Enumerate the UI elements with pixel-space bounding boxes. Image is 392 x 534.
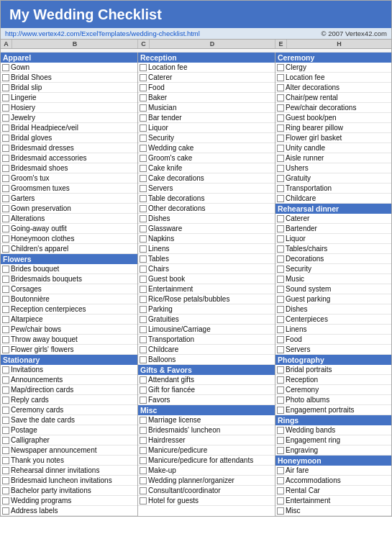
list-item[interactable]: Servers <box>138 184 275 194</box>
list-item[interactable]: Bridal portraits <box>275 365 391 375</box>
list-item[interactable]: Dishes <box>275 304 391 314</box>
list-item[interactable]: Make-up <box>138 466 275 476</box>
list-item[interactable]: Bridesmaids bouquets <box>1 274 137 284</box>
list-item[interactable]: Attendant gifts <box>138 375 275 385</box>
list-item[interactable]: Childcare <box>275 194 391 204</box>
list-item[interactable]: Caterer <box>275 214 391 224</box>
list-item[interactable]: Centerpieces <box>275 314 391 325</box>
list-item[interactable]: Bar tender <box>138 113 275 123</box>
list-item[interactable]: Bridesmaid shoes <box>1 163 137 173</box>
list-item[interactable]: Map/direction cards <box>1 385 137 395</box>
list-item[interactable]: Pew/chair bows <box>1 325 137 335</box>
list-item[interactable]: Photo albums <box>275 395 391 405</box>
list-item[interactable]: Corsages <box>1 284 137 294</box>
list-item[interactable]: Bridesmaid luncheon invitations <box>1 476 137 486</box>
list-item[interactable]: Bridesmaid accessories <box>1 153 137 163</box>
list-item[interactable]: Entertainment <box>275 496 391 506</box>
list-item[interactable]: Flower girls' flowers <box>1 345 137 355</box>
list-item[interactable]: Music <box>275 274 391 284</box>
list-item[interactable]: Invitations <box>1 365 137 375</box>
list-item[interactable]: Calligrapher <box>1 435 137 445</box>
list-item[interactable]: Ring bearer pillow <box>275 123 391 133</box>
list-item[interactable]: Wedding cake <box>138 143 275 153</box>
list-item[interactable]: Gratuities <box>138 314 275 325</box>
list-item[interactable]: Rental Car <box>275 486 391 496</box>
list-item[interactable]: Favors <box>138 395 275 405</box>
list-item[interactable]: Clergy <box>275 63 391 73</box>
list-item[interactable]: Bartender <box>275 224 391 234</box>
list-item[interactable]: Linens <box>138 244 275 254</box>
list-item[interactable]: Napkins <box>138 234 275 244</box>
list-item[interactable]: Groom's tux <box>1 173 137 184</box>
list-item[interactable]: Wedding programs <box>1 496 137 506</box>
list-item[interactable]: Bridesmaids' luncheon <box>138 425 275 435</box>
list-item[interactable]: Thank you notes <box>1 456 137 466</box>
list-item[interactable]: Guest book/pen <box>275 113 391 123</box>
list-item[interactable]: Chairs <box>138 264 275 274</box>
list-item[interactable]: Jewelry <box>1 113 137 123</box>
list-item[interactable]: Food <box>275 335 391 345</box>
list-item[interactable]: Gown <box>1 63 137 73</box>
list-item[interactable]: Decorations <box>275 254 391 264</box>
list-item[interactable]: Other decorations <box>138 204 275 214</box>
list-item[interactable]: Air fare <box>275 466 391 476</box>
list-item[interactable]: Hotel for guests <box>138 496 275 506</box>
list-item[interactable]: Unity candle <box>275 143 391 153</box>
list-item[interactable]: Alter decorations <box>275 83 391 93</box>
list-item[interactable]: Guest book <box>138 274 275 284</box>
list-item[interactable]: Security <box>275 264 391 274</box>
list-item[interactable]: Bridal gloves <box>1 133 137 143</box>
list-item[interactable]: Dishes <box>138 214 275 224</box>
list-item[interactable]: Postage <box>1 425 137 435</box>
list-item[interactable]: Save the date cards <box>1 415 137 425</box>
list-item[interactable]: Reception centerpieces <box>1 304 137 314</box>
list-item[interactable]: Manicure/pedicure <box>138 445 275 456</box>
list-item[interactable]: Address labels <box>1 506 137 516</box>
list-item[interactable]: Tables/chairs <box>275 244 391 254</box>
list-item[interactable]: Going-away outfit <box>1 224 137 234</box>
list-item[interactable]: Location fee <box>138 63 275 73</box>
list-item[interactable]: Table decorations <box>138 194 275 204</box>
list-item[interactable]: Altarpiece <box>1 314 137 325</box>
list-item[interactable]: Brides bouquet <box>1 264 137 274</box>
list-item[interactable]: Marriage license <box>138 415 275 425</box>
list-item[interactable]: Baker <box>138 93 275 103</box>
list-item[interactable]: Lingerie <box>1 93 137 103</box>
list-item[interactable]: Engagement ring <box>275 435 391 445</box>
list-item[interactable]: Hairdresser <box>138 435 275 445</box>
list-item[interactable]: Balloons <box>138 355 275 365</box>
list-item[interactable]: Liquor <box>275 234 391 244</box>
list-item[interactable]: Gratuity <box>275 173 391 184</box>
list-item[interactable]: Children's apparel <box>1 244 137 254</box>
list-item[interactable]: Garters <box>1 194 137 204</box>
list-item[interactable]: Tables <box>138 254 275 264</box>
list-item[interactable]: Musician <box>138 103 275 113</box>
list-item[interactable]: Groom's cake <box>138 153 275 163</box>
list-item[interactable]: Engagement portraits <box>275 405 391 415</box>
list-item[interactable]: Caterer <box>138 73 275 83</box>
list-item[interactable]: Bridesmaid dresses <box>1 143 137 153</box>
list-item[interactable]: Newspaper announcement <box>1 445 137 456</box>
list-item[interactable]: Flower girl basket <box>275 133 391 143</box>
list-item[interactable]: Liquor <box>138 123 275 133</box>
list-item[interactable]: Rice/Rose petals/bubbles <box>138 294 275 304</box>
list-item[interactable]: Honeymoon clothes <box>1 234 137 244</box>
list-item[interactable]: Aisle runner <box>275 153 391 163</box>
list-item[interactable]: Announcements <box>1 375 137 385</box>
list-item[interactable]: Food <box>138 83 275 93</box>
list-item[interactable]: Guest parking <box>275 294 391 304</box>
list-item[interactable]: Glassware <box>138 224 275 234</box>
list-item[interactable]: Ceremony cards <box>1 405 137 415</box>
list-item[interactable]: Transportation <box>138 335 275 345</box>
list-item[interactable]: Sound system <box>275 284 391 294</box>
list-item[interactable]: Wedding bands <box>275 425 391 435</box>
list-item[interactable]: Location fee <box>275 73 391 83</box>
list-item[interactable]: Reply cards <box>1 395 137 405</box>
list-item[interactable]: Transportation <box>275 184 391 194</box>
list-item[interactable]: Security <box>138 133 275 143</box>
list-item[interactable]: Cake decorations <box>138 173 275 184</box>
list-item[interactable]: Throw away bouquet <box>1 335 137 345</box>
list-item[interactable]: Boutonnière <box>1 294 137 304</box>
list-item[interactable]: Bridal Shoes <box>1 73 137 83</box>
list-item[interactable]: Bachelor party invitations <box>1 486 137 496</box>
